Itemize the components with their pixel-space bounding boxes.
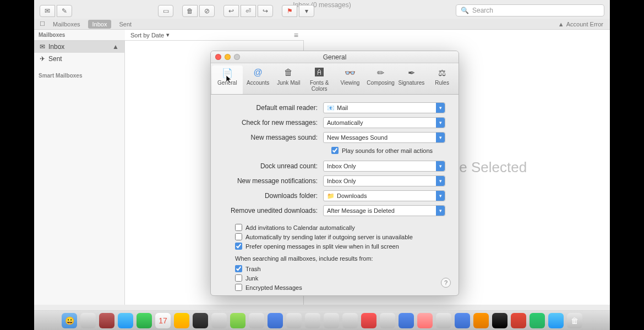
fav-mailboxes[interactable]: Mailboxes <box>48 20 85 29</box>
dock-app[interactable] <box>286 313 302 328</box>
dock-app[interactable] <box>174 313 189 328</box>
warning-icon: ▲ <box>558 21 564 28</box>
flag-menu-button[interactable]: ▾ <box>299 5 314 17</box>
general-icon: 📄 <box>220 67 234 79</box>
dock-app[interactable] <box>211 313 227 328</box>
select-default-reader[interactable]: 📧Mail <box>323 102 445 113</box>
junk-icon: 🗑 <box>281 67 296 79</box>
dock-app[interactable] <box>305 313 320 328</box>
dock-finder[interactable]: 😀 <box>62 313 77 328</box>
list-options-icon[interactable]: ≡ <box>294 31 298 40</box>
dock-app[interactable] <box>342 313 358 328</box>
checkbox-trash[interactable] <box>235 265 242 272</box>
favorites-bar: ☐ Mailboxes Inbox Sent ▲ Account Error <box>34 19 610 30</box>
inbox-icon: ✉ <box>40 43 45 51</box>
dock-app[interactable] <box>511 313 526 328</box>
split-label: Prefer opening messages in split view wh… <box>245 243 399 250</box>
dock-app[interactable] <box>249 313 264 328</box>
fonts-icon: 🅰 <box>312 67 326 79</box>
dock-calendar[interactable]: 17 <box>155 313 171 328</box>
archive-button[interactable]: ▭ <box>158 5 173 17</box>
checkbox-junk[interactable] <box>235 274 242 282</box>
prefs-title: General <box>211 53 459 61</box>
dock-app[interactable] <box>399 313 414 328</box>
prefs-tabs: 📄General @Accounts 🗑Junk Mail 🅰Fonts & C… <box>211 63 459 95</box>
select-dock-count[interactable]: Inbox Only <box>323 161 445 172</box>
tab-accounts[interactable]: @Accounts <box>243 65 274 94</box>
zoom-button[interactable] <box>234 54 240 60</box>
notif-value: Inbox Only <box>327 178 356 184</box>
checkbox-split-view[interactable] <box>235 243 242 250</box>
dock-app[interactable] <box>99 313 114 328</box>
help-button[interactable]: ? <box>441 278 451 288</box>
sidebar-sent-label: Sent <box>48 55 62 63</box>
dock-app[interactable] <box>455 313 470 328</box>
fav-sent[interactable]: Sent <box>114 20 136 29</box>
chevron-down-icon: ▾ <box>166 31 170 38</box>
forward-button[interactable]: ↪ <box>258 5 273 17</box>
fav-inbox[interactable]: Inbox <box>88 20 112 29</box>
select-check-messages[interactable]: Automatically <box>323 117 445 128</box>
close-button[interactable] <box>215 54 221 60</box>
minimize-button[interactable] <box>225 54 231 60</box>
checkbox-calendar[interactable] <box>235 224 242 231</box>
dock-app[interactable] <box>230 313 245 328</box>
checkbox-play-sounds[interactable] <box>331 147 339 154</box>
dock-app[interactable] <box>118 313 133 328</box>
tab-composing-label: Composing <box>367 80 395 86</box>
sidebar-sent[interactable]: ✈ Sent <box>34 53 124 65</box>
dock-app[interactable] <box>80 313 96 328</box>
accounts-icon: @ <box>251 67 265 79</box>
dock-app[interactable] <box>193 313 208 328</box>
composing-icon: ✏ <box>374 67 388 79</box>
dock-app[interactable] <box>492 313 507 328</box>
get-mail-button[interactable]: ✉ <box>40 5 55 17</box>
reply-button[interactable]: ↩ <box>223 5 239 17</box>
dock-app[interactable] <box>268 313 283 328</box>
delete-button[interactable]: 🗑 <box>182 5 198 17</box>
tab-junk[interactable]: 🗑Junk Mail <box>274 65 304 94</box>
trash-label: Trash <box>245 266 261 272</box>
dock-app[interactable] <box>436 313 451 328</box>
message-list-header[interactable]: Sort by Date ▾ ≡ <box>125 30 304 41</box>
tab-fonts[interactable]: 🅰Fonts & Colors <box>304 65 335 94</box>
dock-app[interactable] <box>361 313 376 328</box>
sidebar: ✉ Inbox ▲ ✈ Sent Smart Mailboxes <box>34 41 125 305</box>
dock-app[interactable] <box>473 313 489 328</box>
dock-app[interactable] <box>137 313 152 328</box>
label-sound: New messages sound: <box>224 134 323 141</box>
tab-general[interactable]: 📄General <box>212 65 243 94</box>
dock-app[interactable] <box>324 313 339 328</box>
tab-signatures[interactable]: ✒Signatures <box>396 65 427 94</box>
search-field[interactable]: 🔍 Search <box>456 4 604 16</box>
junk-label: Junk <box>245 275 258 282</box>
checkbox-encrypted[interactable] <box>235 284 242 291</box>
flag-button[interactable]: ⚑ <box>282 5 297 17</box>
dock-app[interactable] <box>530 313 545 328</box>
show-mailboxes-button[interactable]: ☐ <box>40 20 45 28</box>
tab-viewing-label: Viewing <box>340 80 359 86</box>
dock-app[interactable] <box>417 313 433 328</box>
account-error[interactable]: ▲ Account Error <box>558 21 603 28</box>
tab-rules[interactable]: ⚖Rules <box>427 65 457 94</box>
cal-label: Add invitations to Calendar automaticall… <box>245 224 355 231</box>
select-sound[interactable]: New Messages Sound <box>323 132 445 143</box>
tab-viewing[interactable]: 👓Viewing <box>335 65 365 94</box>
dock-trash[interactable]: 🗑 <box>567 313 582 328</box>
select-downloads[interactable]: 📁Downloads <box>323 190 445 201</box>
compose-button[interactable]: ✎ <box>57 5 72 17</box>
sidebar-inbox[interactable]: ✉ Inbox ▲ <box>34 41 124 53</box>
folder-icon: 📁 <box>327 193 335 200</box>
dock-app[interactable] <box>380 313 395 328</box>
prefs-titlebar: General <box>211 51 459 63</box>
search-section-label: When searching all mailboxes, include re… <box>235 255 445 262</box>
checkbox-auto-send[interactable] <box>235 233 242 240</box>
dock-app[interactable] <box>548 313 564 328</box>
mail-app-icon: 📧 <box>327 105 335 112</box>
select-remove-downloads[interactable]: After Message is Deleted <box>323 205 445 216</box>
tab-composing[interactable]: ✏Composing <box>365 65 396 94</box>
rules-icon: ⚖ <box>435 67 449 79</box>
junk-button[interactable]: ⊘ <box>199 5 215 17</box>
reply-all-button[interactable]: ⏎ <box>241 5 256 17</box>
select-notifications[interactable]: Inbox Only <box>323 175 445 186</box>
